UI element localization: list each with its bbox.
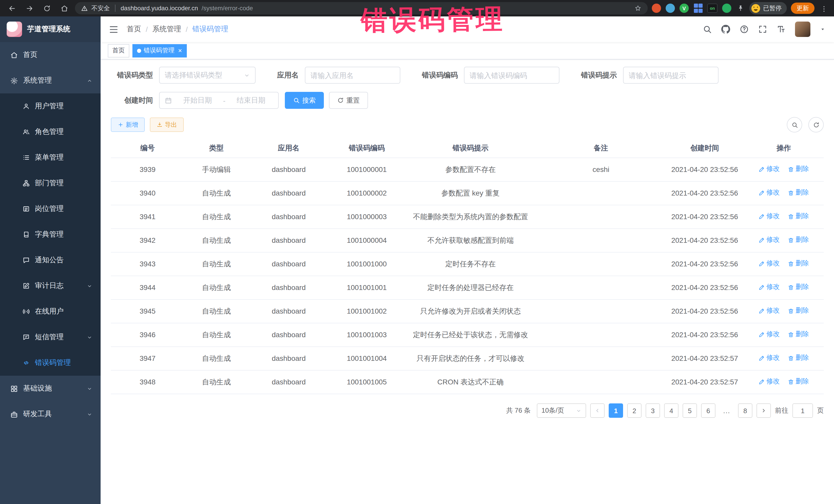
extension-icon-leaf[interactable] [722, 4, 731, 13]
tab-close-icon[interactable]: × [178, 47, 182, 54]
edit-link[interactable]: 修改 [759, 353, 780, 363]
edit-link[interactable]: 修改 [759, 306, 780, 316]
trash-icon [788, 190, 794, 196]
pagination-prev-button[interactable] [590, 403, 605, 418]
sidebar-toggle-icon[interactable] [109, 24, 118, 35]
breadcrumb-system[interactable]: 系统管理 [152, 25, 181, 34]
pagination-page-8[interactable]: 8 [738, 403, 752, 418]
pagination-next-button[interactable] [756, 403, 771, 418]
sidebar-submenu-item[interactable]: 字典管理 [0, 222, 101, 247]
extension-icon-blue[interactable] [666, 4, 675, 13]
app-logo[interactable]: 芋道管理系统 [0, 17, 101, 42]
fontsize-icon[interactable] [776, 25, 786, 34]
security-label[interactable]: 不安全 [91, 4, 110, 13]
edit-link[interactable]: 修改 [759, 377, 780, 387]
extension-icon-proxy[interactable]: on [707, 4, 718, 13]
delete-link[interactable]: 删除 [788, 353, 809, 363]
pin-extension-icon[interactable] [736, 4, 745, 13]
submenu-icon [23, 282, 30, 289]
edit-link[interactable]: 修改 [759, 235, 780, 245]
search-button[interactable]: 搜索 [285, 92, 324, 109]
sidebar-submenu-item[interactable]: 在线用户 [0, 299, 101, 324]
pagination-page-3[interactable]: 3 [646, 403, 660, 418]
search-icon[interactable] [703, 25, 712, 34]
refresh-table-button[interactable] [808, 117, 824, 132]
sidebar-submenu-item[interactable]: 角色管理 [0, 119, 101, 145]
submenu-icon [23, 257, 30, 264]
error-code-input[interactable] [469, 71, 554, 79]
github-icon[interactable] [721, 25, 730, 34]
delete-link[interactable]: 删除 [788, 164, 809, 174]
pagination-page-4[interactable]: 4 [664, 403, 679, 418]
pagination-page-1[interactable]: 1 [609, 403, 623, 418]
tab-home[interactable]: 首页 [108, 44, 129, 57]
calendar-icon [165, 97, 172, 104]
address-bar[interactable]: 不安全 dashboard.yudao.iocoder.cn/system/er… [75, 2, 648, 14]
bookmark-star-icon[interactable] [634, 5, 641, 12]
delete-link[interactable]: 删除 [788, 282, 809, 292]
delete-link[interactable]: 删除 [788, 329, 809, 339]
delete-link[interactable]: 删除 [788, 306, 809, 316]
page-size-select[interactable]: 10条/页 [537, 403, 586, 418]
pagination-ellipsis[interactable]: ... [720, 403, 734, 418]
breadcrumb-separator: / [146, 25, 148, 34]
delete-link[interactable]: 删除 [788, 235, 809, 245]
column-header-actions: 操作 [744, 143, 824, 153]
sidebar-item-devtools[interactable]: 研发工具 [0, 401, 101, 427]
add-button[interactable]: 新增 [111, 117, 145, 132]
extension-icon-grid[interactable] [694, 4, 703, 13]
breadcrumb-home[interactable]: 首页 [127, 25, 141, 34]
pagination-goto-input[interactable] [792, 403, 813, 418]
sidebar-submenu-item[interactable]: 短信管理 [0, 324, 101, 350]
question-icon[interactable] [740, 25, 749, 34]
extension-icon-red[interactable] [652, 4, 661, 13]
error-hint-input[interactable] [629, 71, 713, 79]
edit-link[interactable]: 修改 [759, 188, 780, 198]
toggle-search-button[interactable] [787, 117, 802, 132]
delete-link[interactable]: 删除 [788, 212, 809, 221]
sidebar-item-label: 角色管理 [35, 127, 64, 136]
export-button[interactable]: 导出 [150, 117, 184, 132]
edit-link[interactable]: 修改 [759, 282, 780, 292]
date-range-picker[interactable]: 开始日期 - 结束日期 [159, 92, 279, 109]
browser-profile-chip[interactable]: 已暂停 [749, 2, 787, 14]
browser-update-button[interactable]: 更新 [791, 3, 814, 14]
edit-link[interactable]: 修改 [759, 212, 780, 221]
chevron-down-icon [244, 72, 250, 78]
sidebar-submenu-item[interactable]: 通知公告 [0, 247, 101, 273]
user-avatar[interactable] [795, 22, 810, 37]
caret-down-icon[interactable] [820, 26, 826, 32]
app-name-input[interactable] [310, 71, 395, 79]
delete-link[interactable]: 删除 [788, 259, 809, 268]
tab-error-code[interactable]: 错误码管理 × [132, 44, 186, 57]
edit-link[interactable]: 修改 [759, 259, 780, 268]
error-type-select[interactable]: 请选择错误码类型 [159, 67, 256, 84]
sidebar-submenu-item[interactable]: 用户管理 [0, 93, 101, 119]
filter-group-hint: 错误码提示 [581, 67, 719, 84]
extension-icon-v[interactable]: V [680, 4, 689, 13]
sidebar-submenu-item[interactable]: 错误码管理 [0, 350, 101, 376]
browser-menu-icon[interactable] [819, 4, 829, 13]
delete-link[interactable]: 删除 [788, 377, 809, 387]
filter-row-1: 错误码类型 请选择错误码类型 应用名 错误码编码 [111, 67, 824, 84]
reset-button[interactable]: 重置 [329, 92, 368, 109]
browser-reload-button[interactable] [40, 2, 53, 15]
pagination-page-2[interactable]: 2 [627, 403, 641, 418]
pagination-page-5[interactable]: 5 [683, 403, 697, 418]
delete-link[interactable]: 删除 [788, 188, 809, 198]
sidebar-submenu-item[interactable]: 岗位管理 [0, 196, 101, 222]
browser-back-button[interactable] [5, 2, 19, 15]
fullscreen-icon[interactable] [758, 25, 767, 34]
sidebar-item-system[interactable]: 系统管理 [0, 68, 101, 93]
sidebar-submenu-item[interactable]: 部门管理 [0, 170, 101, 196]
sidebar-submenu-item[interactable]: 审计日志 [0, 273, 101, 299]
sidebar-item-infra[interactable]: 基础设施 [0, 376, 101, 401]
sidebar-submenu-item[interactable]: 菜单管理 [0, 145, 101, 170]
edit-link[interactable]: 修改 [759, 329, 780, 339]
browser-forward-button[interactable] [23, 2, 36, 15]
sidebar-item-home[interactable]: 首页 [0, 42, 101, 68]
browser-home-button[interactable] [58, 2, 71, 15]
breadcrumb-current: 错误码管理 [193, 25, 228, 34]
edit-link[interactable]: 修改 [759, 164, 780, 174]
pagination-page-6[interactable]: 6 [701, 403, 716, 418]
